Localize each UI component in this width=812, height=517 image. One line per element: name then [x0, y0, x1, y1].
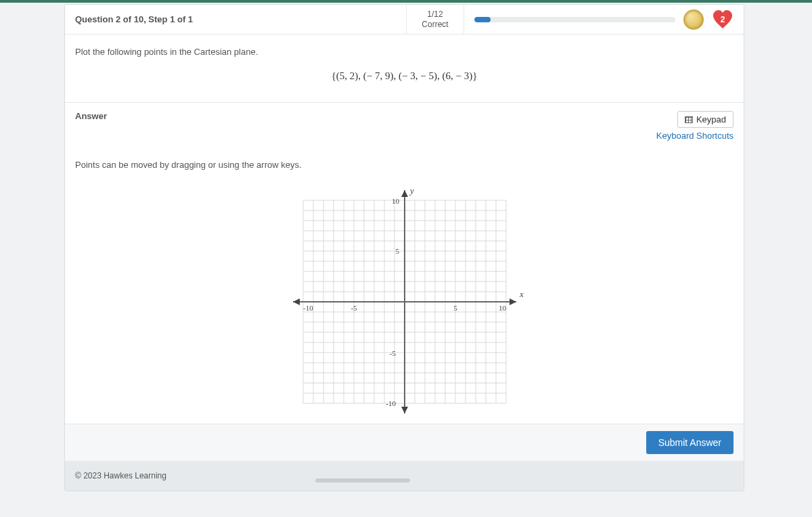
svg-text:-5: -5 — [351, 304, 357, 312]
svg-text:-10: -10 — [386, 399, 396, 407]
score-status: Correct — [422, 20, 448, 29]
score-box: 1/12 Correct — [407, 5, 464, 34]
x-axis-label: x — [519, 289, 524, 299]
submit-button[interactable]: Submit Answer — [646, 431, 734, 454]
arrow-down-icon — [401, 407, 408, 413]
keypad-button[interactable]: Keypad — [677, 111, 734, 128]
answer-controls: Keypad Keyboard Shortcuts — [656, 111, 734, 141]
svg-text:5: 5 — [453, 304, 457, 312]
progress-bar — [474, 17, 675, 22]
keyboard-shortcuts-link[interactable]: Keyboard Shortcuts — [656, 131, 734, 141]
question-progress-label: Question 2 of 10, Step 1 of 1 — [65, 5, 407, 34]
lives-count: 2 — [721, 15, 725, 24]
answer-section: Answer Keypad Keyboard Shortcuts Points … — [65, 103, 744, 432]
svg-text:-5: -5 — [389, 349, 396, 357]
graph-area[interactable]: 10 5 -5 -10 -10 -5 5 10 x y — [75, 177, 734, 424]
y-axis-label: y — [409, 185, 414, 196]
svg-text:10: 10 — [392, 197, 400, 205]
question-body: Plot the following points in the Cartesi… — [65, 35, 744, 103]
main-panel: Question 2 of 10, Step 1 of 1 1/12 Corre… — [64, 4, 744, 491]
arrow-right-icon — [510, 298, 516, 305]
keypad-icon — [685, 116, 693, 123]
drag-hint: Points can be moved by dragging or using… — [75, 160, 734, 170]
svg-text:5: 5 — [395, 247, 399, 255]
horizontal-scrollbar[interactable] — [315, 478, 410, 482]
question-instruction: Plot the following points in the Cartesi… — [75, 47, 734, 57]
coin-icon — [683, 9, 704, 30]
copyright-text: © 2023 Hawkes Learning — [75, 471, 166, 480]
arrow-up-icon — [401, 190, 408, 197]
app-top-accent — [0, 0, 812, 3]
keypad-label: Keypad — [696, 114, 726, 125]
svg-text:-10: -10 — [303, 304, 313, 312]
answer-label: Answer — [75, 111, 107, 121]
arrow-left-icon — [293, 298, 300, 305]
score-fraction: 1/12 — [427, 9, 443, 19]
question-points-set: {(5, 2), (− 7, 9), (− 3, − 5), (6, − 3)} — [75, 70, 734, 82]
axes — [293, 190, 516, 413]
progress-fill — [474, 17, 491, 22]
copyright-bar: © 2023 Hawkes Learning — [65, 461, 744, 491]
lives-heart: 2 — [712, 9, 734, 30]
submit-bar: Submit Answer — [65, 424, 744, 461]
header-progress-area: 2 — [464, 5, 744, 34]
answer-header: Answer Keypad Keyboard Shortcuts — [75, 111, 734, 141]
svg-text:10: 10 — [499, 304, 507, 312]
header-row: Question 2 of 10, Step 1 of 1 1/12 Corre… — [65, 5, 744, 35]
cartesian-plane[interactable]: 10 5 -5 -10 -10 -5 5 10 x y — [283, 180, 526, 424]
